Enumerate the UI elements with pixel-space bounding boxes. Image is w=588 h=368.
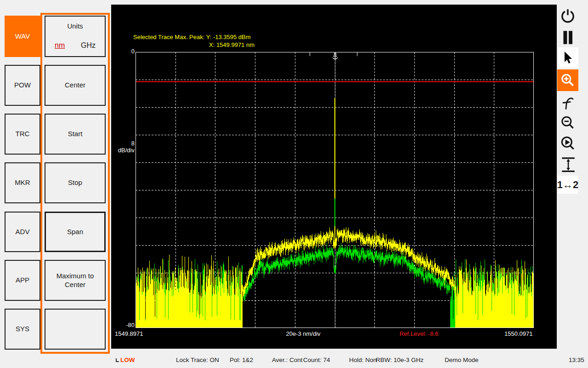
maximum-to-center-button[interactable]: Maximum to Center bbox=[45, 260, 106, 301]
power-icon bbox=[560, 8, 576, 24]
menu-item-pow[interactable]: POW bbox=[5, 65, 40, 106]
menu-item-wav[interactable]: WAV bbox=[5, 16, 40, 57]
pause-icon bbox=[560, 29, 576, 46]
center-button[interactable]: Center bbox=[45, 65, 106, 106]
low-level-indicator: LOW bbox=[116, 356, 135, 363]
unit-option-nm[interactable]: nm bbox=[55, 41, 65, 50]
clock: 13:35 bbox=[569, 356, 584, 363]
y-axis-div-unit: dB/div bbox=[112, 147, 135, 154]
status-bar: LOW Lock Trace: ON Pol: 1&2 Aver.: Cont … bbox=[0, 352, 588, 368]
peak-readout-line1: Selected Trace Max. Peak: Y: -13.3595 dB… bbox=[133, 34, 251, 40]
units-button[interactable]: Units nm GHz bbox=[45, 16, 106, 57]
y-axis-bottom-label: -80 bbox=[119, 322, 135, 328]
pause-button[interactable] bbox=[556, 27, 579, 48]
menu-item-label: POW bbox=[14, 81, 31, 90]
ref-level-label: Ref.Level: -8.6 bbox=[387, 330, 451, 337]
start-button[interactable]: Start bbox=[45, 114, 106, 155]
cursor-icon bbox=[560, 50, 576, 65]
power-button[interactable] bbox=[556, 6, 579, 27]
level-corner-icon bbox=[116, 358, 119, 362]
status-demo-mode: Demo Mode bbox=[445, 356, 479, 363]
y-axis-div-value: 8 bbox=[123, 140, 135, 147]
fit-vertical-button[interactable] bbox=[556, 154, 579, 175]
zoom-out-button[interactable] bbox=[556, 113, 579, 134]
status-lock-trace: Lock Trace: ON bbox=[176, 356, 219, 363]
unit-option-ghz[interactable]: GHz bbox=[81, 41, 96, 50]
compare-traces-button[interactable]: 1↔2 bbox=[558, 176, 578, 194]
zoom-reset-icon bbox=[560, 135, 576, 152]
status-averaging: Aver.: Cont bbox=[272, 356, 303, 363]
x-axis-div-label: 20e-3 nm/div bbox=[271, 330, 335, 337]
menu-item-sys[interactable]: SYS bbox=[5, 309, 40, 350]
span-button[interactable]: Span bbox=[45, 212, 106, 252]
button-label: Center bbox=[65, 81, 85, 90]
y-axis-top-label: 0 bbox=[123, 48, 135, 55]
menu-item-label: ADV bbox=[16, 228, 30, 236]
menu-item-label: WAV bbox=[15, 32, 30, 41]
zoom-to-peak-icon bbox=[560, 94, 576, 111]
zoom-out-icon bbox=[560, 115, 576, 132]
menu-item-label: MKR bbox=[15, 178, 30, 187]
menu-item-label: SYS bbox=[16, 325, 29, 334]
spectrum-plot[interactable] bbox=[136, 52, 534, 328]
status-polarization: Pol: 1&2 bbox=[230, 356, 253, 363]
zoom-in-tool-button[interactable] bbox=[557, 69, 578, 91]
zoom-in-icon bbox=[560, 72, 576, 89]
cursor-tool-button[interactable] bbox=[558, 47, 578, 68]
status-rbw: RBW: 10e-3 GHz bbox=[376, 356, 424, 363]
instrument-display: Selected Trace Max. Peak: Y: -13.3595 dB… bbox=[111, 5, 557, 349]
compare-traces-label: 1↔2 bbox=[557, 179, 578, 191]
units-title: Units bbox=[67, 22, 83, 31]
button-label: Stop bbox=[68, 178, 82, 187]
menu-item-adv[interactable]: ADV bbox=[5, 212, 40, 252]
menu-item-app[interactable]: APP bbox=[5, 260, 40, 301]
button-label: Maximum to Center bbox=[45, 272, 105, 289]
x-axis-end-label: 1550.0971 bbox=[504, 330, 532, 337]
status-hold: Hold: Non bbox=[349, 356, 377, 363]
empty-submenu-button[interactable] bbox=[45, 309, 106, 350]
zoom-reset-button[interactable] bbox=[556, 133, 579, 154]
low-label: LOW bbox=[120, 356, 135, 363]
zoom-to-peak-button[interactable] bbox=[556, 92, 579, 113]
fit-vertical-icon bbox=[560, 156, 576, 172]
menu-item-mkr[interactable]: MKR bbox=[5, 162, 40, 203]
stop-button[interactable]: Stop bbox=[45, 162, 106, 203]
menu-item-trc[interactable]: TRC bbox=[5, 114, 40, 155]
menu-item-label: APP bbox=[16, 276, 29, 285]
button-label: Start bbox=[68, 130, 83, 138]
menu-item-label: TRC bbox=[16, 130, 30, 138]
button-label: Span bbox=[67, 228, 83, 236]
x-axis-start-label: 1549.8971 bbox=[115, 330, 143, 337]
status-count: Count: 74 bbox=[303, 356, 330, 363]
peak-readout-line2: X: 1549.9971 nm bbox=[209, 41, 254, 48]
